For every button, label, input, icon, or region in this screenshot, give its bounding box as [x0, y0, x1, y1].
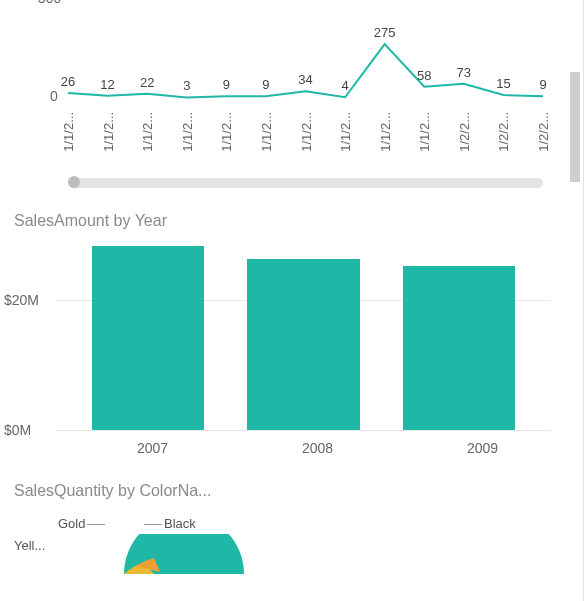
bar[interactable] [247, 259, 359, 430]
y-tick: 500 [38, 0, 61, 6]
data-label: 275 [374, 25, 396, 40]
legend-item-black: Black [142, 516, 196, 531]
x-tick: 1/2/2... [496, 112, 511, 152]
data-label: 34 [298, 72, 312, 87]
bar[interactable] [403, 266, 515, 430]
y-tick: 0 [50, 88, 58, 104]
data-label: 4 [341, 78, 348, 93]
range-slider[interactable] [68, 178, 543, 188]
data-label: 3 [183, 78, 190, 93]
report-canvas: 500 0 2612223993442755873159 1/1/2...1/1… [0, 0, 584, 601]
data-label: 9 [262, 77, 269, 92]
data-label: 26 [61, 74, 75, 89]
legend-item-yellow: Yell... [14, 538, 45, 553]
data-label: 73 [457, 65, 471, 80]
line-path [68, 0, 543, 110]
data-label: 58 [417, 68, 431, 83]
pie-slice [64, 534, 264, 574]
data-label: 22 [140, 75, 154, 90]
data-label: 12 [100, 77, 114, 92]
chart-title: SalesAmount by Year [14, 212, 563, 230]
x-tick: 1/1/2... [61, 112, 76, 152]
report-inner: 500 0 2612223993442755873159 1/1/2...1/1… [0, 0, 584, 601]
data-label: 9 [539, 77, 546, 92]
x-tick: 1/1/2... [219, 112, 234, 152]
bar-chart[interactable]: $20M $0M 200720082009 [56, 240, 551, 460]
y-tick: $0M [4, 422, 31, 438]
x-tick: 1/1/2... [258, 112, 273, 152]
bar[interactable] [92, 246, 204, 430]
chart-title: SalesQuantity by ColorNa... [14, 482, 563, 500]
x-tick: 2008 [302, 440, 333, 456]
x-tick: 1/1/2... [377, 112, 392, 152]
x-tick: 2007 [137, 440, 168, 456]
x-tick: 2009 [467, 440, 498, 456]
legend-item-gold: Gold [58, 516, 107, 531]
data-label: 9 [223, 77, 230, 92]
scrollbar[interactable] [570, 0, 580, 601]
pie-chart[interactable]: Yell... Gold Black [14, 510, 563, 570]
x-tick: 1/1/2... [338, 112, 353, 152]
gridline [56, 430, 551, 431]
x-tick: 1/1/2... [100, 112, 115, 152]
y-tick: $20M [4, 292, 39, 308]
slider-thumb[interactable] [68, 176, 80, 188]
data-label: 15 [496, 76, 510, 91]
x-tick: 1/1/2... [179, 112, 194, 152]
x-axis: 1/1/2...1/1/2...1/1/2...1/1/2...1/1/2...… [68, 112, 543, 170]
line-plot: 2612223993442755873159 [68, 0, 543, 110]
line-chart[interactable]: 500 0 2612223993442755873159 1/1/2...1/1… [8, 0, 555, 190]
x-tick: 1/1/2... [298, 112, 313, 152]
x-tick: 1/1/2... [417, 112, 432, 152]
x-tick: 1/2/2... [536, 112, 551, 152]
bars-area [70, 240, 537, 430]
x-tick: 1/2/2... [456, 112, 471, 152]
scrollbar-thumb[interactable] [570, 72, 580, 182]
x-tick: 1/1/2... [140, 112, 155, 152]
